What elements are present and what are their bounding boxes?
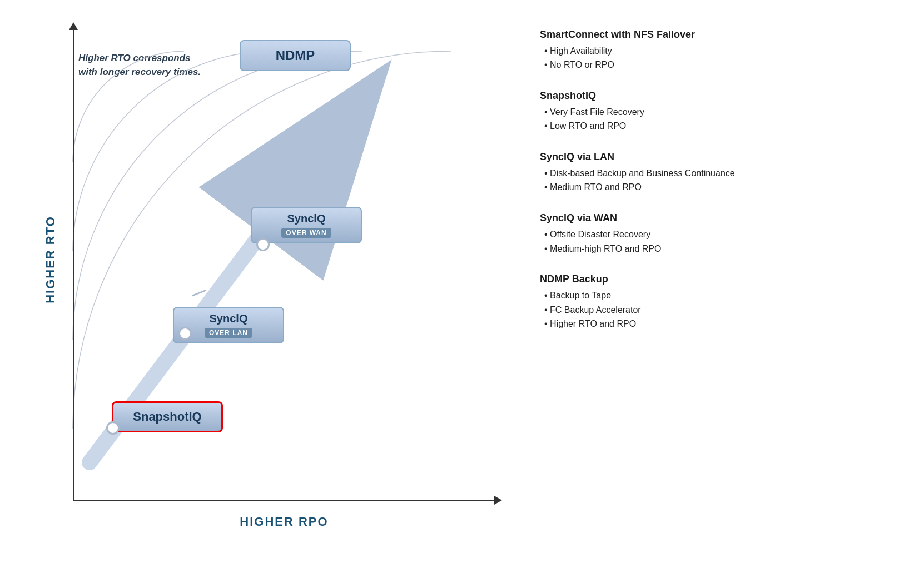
legend-section-4: NDMP Backup Backup to Tape FC Backup Acc… (540, 273, 896, 331)
legend-item-3-0: Offsite Disaster Recovery (540, 227, 896, 242)
axis-y (73, 29, 74, 501)
circle-snapshotiq (106, 421, 120, 435)
main-container: Higher RTO corresponds with longer recov… (28, 18, 896, 546)
legend-item-2-0: Disk-based Backup and Business Continuan… (540, 166, 896, 181)
legend-item-0-1: No RTO or RPO (540, 58, 896, 72)
axis-y-label: HIGHER RTO (34, 18, 67, 501)
legend-title-0: SmartConnect with NFS Failover (540, 29, 896, 41)
legend-title-3: SynclQ via WAN (540, 212, 896, 224)
chart-area: Higher RTO corresponds with longer recov… (28, 18, 506, 546)
legend-item-0-0: High Availability (540, 44, 896, 58)
legend-item-2-1: Medium RTO and RPO (540, 180, 896, 195)
axis-x (73, 500, 495, 501)
legend-item-1-1: Low RTO and RPO (540, 119, 896, 133)
legend-title-4: NDMP Backup (540, 273, 896, 285)
circle-synciq-wan (256, 238, 270, 251)
snapshotiq-box: SnapshotIQ (112, 401, 223, 432)
legend-item-4-2: Higher RTO and RPO (540, 317, 896, 331)
legend-item-3-1: Medium-high RTO and RPO (540, 242, 896, 256)
chart-svg (73, 51, 451, 501)
legend-item-4-1: FC Backup Accelerator (540, 303, 896, 317)
svg-line-3 (192, 290, 206, 296)
legend-section-1: SnapshotIQ Very Fast File Recovery Low R… (540, 90, 896, 133)
legend-title-2: SynclQ via LAN (540, 151, 896, 163)
ndmp-box: NDMP (240, 40, 351, 71)
legend-section-3: SynclQ via WAN Offsite Disaster Recovery… (540, 212, 896, 256)
legend-item-4-0: Backup to Tape (540, 288, 896, 303)
legend-item-1-0: Very Fast File Recovery (540, 105, 896, 119)
circle-synciq-lan (178, 327, 192, 340)
axis-x-label: HIGHER RPO (73, 515, 495, 529)
legend-area: SmartConnect with NFS Failover High Avai… (529, 18, 896, 350)
synciq-wan-box: SynclQ OVER WAN (251, 207, 362, 243)
legend-section-2: SynclQ via LAN Disk-based Backup and Bus… (540, 151, 896, 195)
legend-title-1: SnapshotIQ (540, 90, 896, 102)
legend-section-0: SmartConnect with NFS Failover High Avai… (540, 29, 896, 72)
